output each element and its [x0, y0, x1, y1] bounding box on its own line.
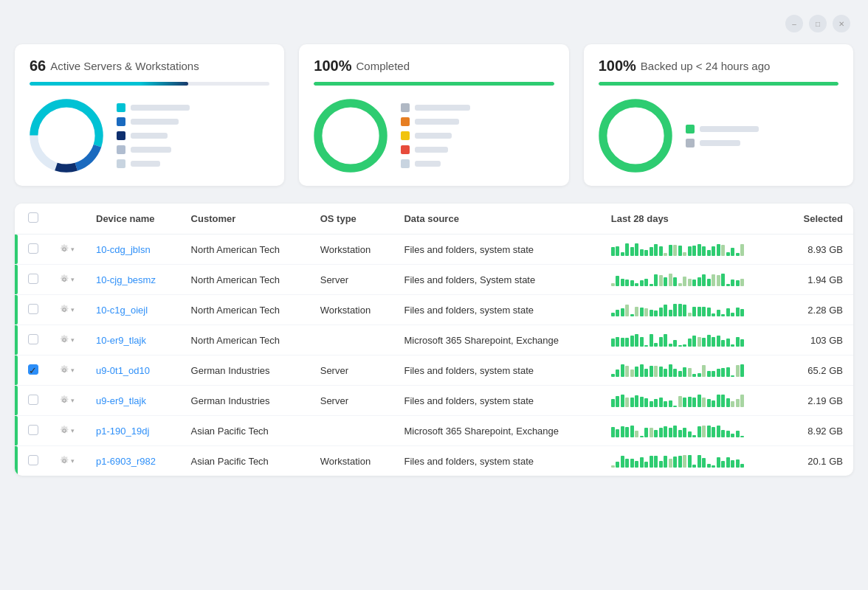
gear-button[interactable]: ▾ [59, 335, 75, 345]
gear-button[interactable]: ▾ [59, 395, 75, 406]
cell-last-28-days [601, 386, 782, 416]
device-name-value[interactable]: p1-6903_r982 [96, 456, 156, 467]
cell-indicator-checkbox [15, 265, 49, 295]
legend-item-b2 [686, 139, 838, 148]
legend-item-3 [117, 131, 269, 140]
dropdown-caret: ▾ [71, 457, 75, 465]
row-checkbox[interactable]: ✓ [28, 364, 38, 375]
devices-table: Device name Customer OS type Data source… [15, 204, 853, 476]
cell-os-type: Workstation [310, 235, 394, 265]
legend-item-1 [117, 103, 269, 112]
table-row: ▾ 10-er9_tlajk North American Tech Micro… [15, 325, 853, 355]
cell-last-28-days [601, 295, 782, 325]
close-icon[interactable]: ✕ [833, 15, 850, 32]
device-name-value[interactable]: 10-cjg_besmz [96, 274, 156, 285]
progress-fill-backed-up [599, 82, 838, 86]
dropdown-caret: ▾ [71, 397, 75, 404]
legend-bar-5 [131, 161, 160, 167]
cell-data-source: Microsoft 365 Sharepoint, Exchange [393, 325, 600, 355]
row-indicator [15, 235, 18, 264]
gear-icon [59, 274, 69, 285]
row-checkbox[interactable] [28, 395, 38, 405]
gear-button[interactable]: ▾ [59, 305, 75, 315]
gear-icon [59, 335, 69, 345]
cell-gear: ▾ [49, 295, 86, 325]
col-gear [49, 204, 86, 235]
gear-button[interactable]: ▾ [59, 365, 75, 375]
device-name-value[interactable]: u9-0t1_od10 [96, 365, 150, 376]
legend-item-2 [117, 117, 269, 126]
device-name-value[interactable]: 10-er9_tlajk [96, 335, 146, 346]
row-checkbox[interactable] [28, 274, 38, 284]
cell-os-type: Workstation [310, 446, 394, 476]
minimize-icon[interactable]: – [785, 15, 803, 32]
legend-backed-up [686, 125, 838, 148]
legend-item-b1 [686, 125, 838, 133]
gear-button[interactable]: ▾ [59, 456, 75, 466]
progress-wrap-completed [314, 82, 554, 86]
table-row: ▾ p1-190_19dj Asian Pacific Tech Microso… [15, 416, 853, 446]
row-checkbox[interactable] [28, 425, 38, 435]
cell-indicator-checkbox [15, 325, 49, 355]
table-row: ▾ 10-c1g_oiejl North American Tech Works… [15, 295, 853, 325]
device-name-value[interactable]: 10-c1g_oiejl [96, 305, 148, 316]
table-row: ▾ u9-er9_tlajk German Industries Server … [15, 386, 853, 416]
cell-gear: ▾ [49, 386, 86, 416]
donut-center-active-servers [52, 121, 81, 150]
legend-item-c3 [401, 131, 554, 140]
donut-active-servers [30, 99, 103, 173]
card-body-completed [314, 99, 554, 173]
cell-indicator-checkbox [15, 446, 49, 476]
donut-backed-up [599, 99, 672, 173]
gear-button[interactable]: ▾ [59, 426, 75, 436]
header-checkbox[interactable] [28, 212, 38, 223]
cell-gear: ▾ [49, 416, 86, 446]
card-active-servers: 66 Active Servers & Workstations [15, 44, 284, 186]
legend-bar-c1 [415, 105, 470, 111]
card-completed: 100% Completed [299, 44, 568, 186]
cell-gear: ▾ [49, 355, 86, 386]
cell-data-source: Files and folders, system state [393, 446, 600, 476]
table-row: ✓ ▾ u9-0t1_od10 German Industries Server… [15, 355, 853, 386]
cell-os-type [310, 416, 394, 446]
row-checkbox[interactable] [28, 334, 38, 344]
card-body-backed-up [599, 99, 838, 173]
top-bar: – □ ✕ [15, 15, 853, 32]
table-row: ▾ 10-cdg_jblsn North American Tech Works… [15, 235, 853, 265]
device-name-value[interactable]: u9-er9_tlajk [96, 395, 146, 406]
device-name-value[interactable]: p1-190_19dj [96, 426, 149, 437]
cell-data-source: Files and folders, system state [393, 355, 600, 386]
legend-dot-1 [117, 103, 125, 112]
row-indicator [15, 416, 18, 445]
card-header-active-servers: 66 Active Servers & Workstations [30, 58, 269, 74]
cell-data-source: Microsoft 365 Sharepoint, Exchange [393, 416, 600, 446]
row-checkbox[interactable] [28, 304, 38, 314]
row-checkbox[interactable] [28, 455, 38, 465]
cell-device-name: p1-6903_r982 [86, 446, 181, 476]
cell-size: 103 GB [782, 325, 853, 355]
maximize-icon[interactable]: □ [809, 15, 827, 32]
cell-size: 2.19 GB [782, 386, 853, 416]
cell-customer: North American Tech [181, 295, 310, 325]
gear-button[interactable]: ▾ [59, 274, 75, 285]
cell-device-name: p1-190_19dj [86, 416, 181, 446]
legend-item-c1 [401, 103, 554, 112]
card-pct-active-servers: 66 [30, 58, 46, 74]
legend-item-5 [117, 159, 269, 168]
cell-customer: North American Tech [181, 325, 310, 355]
cell-device-name: 10-er9_tlajk [86, 325, 181, 355]
legend-dot-4 [117, 145, 125, 154]
row-checkbox[interactable] [28, 243, 38, 254]
cell-device-name: 10-cjg_besmz [86, 265, 181, 295]
summary-cards: 66 Active Servers & Workstations [15, 44, 853, 186]
legend-dot-c5 [401, 159, 410, 168]
legend-dot-c2 [401, 117, 410, 126]
card-header-completed: 100% Completed [314, 58, 554, 74]
col-last-28-days: Last 28 days [601, 204, 782, 235]
device-name-value[interactable]: 10-cdg_jblsn [96, 244, 151, 255]
gear-button[interactable]: ▾ [59, 244, 75, 254]
cell-customer: Asian Pacific Tech [181, 416, 310, 446]
donut-center-backed-up [621, 121, 650, 150]
row-indicator [15, 446, 18, 476]
cell-device-name: 10-c1g_oiejl [86, 295, 181, 325]
